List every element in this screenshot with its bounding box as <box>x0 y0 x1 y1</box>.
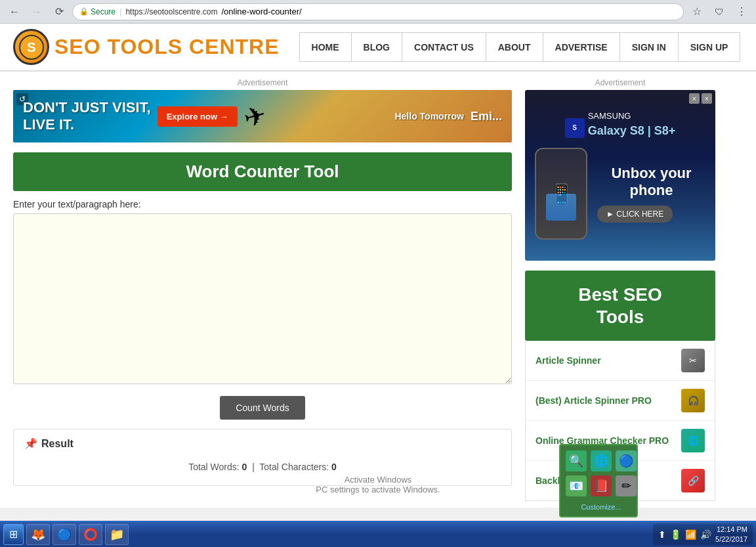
ad-plane-icon: ✈ <box>240 98 270 133</box>
site-header: S SEO TOOLS CENTRE HOME BLOG CONTACT US … <box>0 24 756 72</box>
tool-label: Enter your text/paragraph here: <box>13 199 512 209</box>
tool-name-2: (Best) Article Spinner PRO <box>536 395 675 406</box>
count-words-button[interactable]: Count Words <box>220 396 304 420</box>
tray-icon-2[interactable]: 🔋 <box>670 529 681 540</box>
side-ad-phone-model: Galaxy S8 | S8+ <box>588 124 676 138</box>
side-ad-close-btns: × × <box>689 93 712 104</box>
tool-name-1: Article Spinner <box>536 355 675 366</box>
tool-icon-4: 🔗 <box>681 469 705 492</box>
ad-headline-line2: LIVE IT. <box>23 116 151 133</box>
secure-badge: 🔒 Secure <box>79 7 116 16</box>
taskbar-folder-button[interactable]: 📁 <box>105 524 129 545</box>
taskbar-popup: 🔍 🌐 🔵 📧 📕 ✏ Customize... <box>559 444 638 517</box>
logo-icon: S <box>13 29 49 65</box>
popup-icon-1[interactable]: 🔍 <box>566 450 587 471</box>
start-button[interactable]: ⊞ <box>3 524 24 545</box>
list-item[interactable]: (Best) Article Spinner PRO 🎧 <box>526 381 715 421</box>
nav-item-contact[interactable]: CONTACT US <box>402 33 486 61</box>
ad-brand: Emi... <box>471 110 502 123</box>
tray-icon-4[interactable]: 🔊 <box>700 529 711 540</box>
tool-icon-3: 🌐 <box>681 429 705 452</box>
ad-close-button1[interactable]: × <box>689 93 700 104</box>
best-seo-title-line2: Tools <box>538 306 702 328</box>
list-item[interactable]: Article Spinner ✂ <box>526 341 715 381</box>
windows-icon: ⊞ <box>9 528 18 540</box>
url-separator: | <box>119 7 121 16</box>
result-box: 📌 Result Total Words: 0 | Total Characte… <box>13 429 512 486</box>
taskbar-tray: ⬆ 🔋 📶 🔊 12:14 PM 5/22/2017 <box>653 524 753 545</box>
main-ad-label: Advertisement <box>13 78 512 87</box>
nav-menu: HOME BLOG CONTACT US ABOUT ADVERTISE SIG… <box>299 32 741 62</box>
text-input[interactable] <box>13 213 512 384</box>
side-ad-label: Advertisement <box>525 78 715 87</box>
logo-text-span: SEO <box>54 35 107 58</box>
side-ad-phone-image: 📱 <box>535 148 587 240</box>
secure-text: Secure <box>91 7 116 16</box>
total-chars-value: 0 <box>331 462 337 472</box>
nav-item-home[interactable]: HOME <box>300 33 352 61</box>
popup-customize-link[interactable]: Customize... <box>566 503 637 511</box>
taskbar-firefox-button[interactable]: 🦊 <box>26 524 50 545</box>
best-seo-title-line1: Best SEO <box>538 284 702 306</box>
side-ad-cta-button[interactable]: ► CLICK HERE <box>597 206 673 223</box>
nav-item-about[interactable]: ABOUT <box>486 33 543 61</box>
samsung-logo: S <box>565 118 585 138</box>
main-banner-ad: ↺ DON'T JUST VISIT, LIVE IT. Explore now… <box>13 90 512 142</box>
taskbar-chrome-button[interactable]: 🔵 <box>52 524 76 545</box>
tool-icon-2: 🎧 <box>681 389 705 412</box>
separator: | <box>252 462 255 472</box>
popup-icon-5[interactable]: 📕 <box>591 475 612 496</box>
system-time: 12:14 PM 5/22/2017 <box>715 525 747 544</box>
count-btn-wrapper: Count Words <box>13 396 512 420</box>
logo-text: SEO TOOLS CENTRE <box>54 35 280 59</box>
reload-button[interactable]: ⟳ <box>50 3 68 21</box>
tray-icon-1[interactable]: ⬆ <box>658 529 666 540</box>
ad-cta-button[interactable]: Explore now → <box>158 106 238 127</box>
back-button[interactable]: ← <box>5 3 24 21</box>
forward-button[interactable]: → <box>28 3 46 21</box>
clock-date: 5/22/2017 <box>715 535 747 544</box>
ad-tagline: Hello Tomorrow <box>394 111 464 121</box>
url-domain: https://seotoolscentre.com <box>125 7 217 16</box>
ad-headline-line1: DON'T JUST VISIT, <box>23 99 151 116</box>
extensions-button[interactable]: 🛡 <box>710 3 728 21</box>
url-path: /online-word-counter/ <box>222 7 302 16</box>
page-content: Advertisement ↺ DON'T JUST VISIT, LIVE I… <box>0 72 756 508</box>
tool-icon-1: ✂ <box>681 349 705 372</box>
tray-icon-3[interactable]: 📶 <box>685 529 696 540</box>
total-words-value: 0 <box>242 462 247 472</box>
side-column: Advertisement × × S SAMSUNG Galaxy S8 | … <box>525 78 715 501</box>
address-bar[interactable]: 🔒 Secure | https://seotoolscentre.com /o… <box>72 3 684 20</box>
logo-area: S SEO TOOLS CENTRE <box>13 29 280 65</box>
popup-icon-4[interactable]: 📧 <box>566 475 587 496</box>
total-words-label: Total Words: <box>188 462 240 472</box>
main-column: Advertisement ↺ DON'T JUST VISIT, LIVE I… <box>13 78 512 501</box>
side-ad-headline: Unbox your phone <box>597 165 705 199</box>
popup-icon-2[interactable]: 🌐 <box>591 450 612 471</box>
total-chars-label: Total Characters: <box>259 462 329 472</box>
nav-item-blog[interactable]: BLOG <box>352 33 402 61</box>
taskbar: ⊞ 🦊 🔵 ⭕ 📁 ⬆ 🔋 📶 🔊 12:14 PM 5/22/2017 <box>0 521 756 547</box>
taskbar-opera-button[interactable]: ⭕ <box>79 524 102 545</box>
lock-icon: 🔒 <box>79 7 89 16</box>
svg-text:S: S <box>27 40 35 55</box>
pin-icon: 📌 <box>24 437 37 450</box>
tool-title-bar: Word Counter Tool <box>13 152 512 191</box>
bookmark-button[interactable]: ☆ <box>688 3 706 21</box>
nav-item-advertise[interactable]: ADVERTISE <box>543 33 620 61</box>
result-header-text: Result <box>41 438 74 450</box>
popup-icon-3[interactable]: 🔵 <box>616 450 637 471</box>
nav-item-signin[interactable]: SIGN IN <box>620 33 679 61</box>
best-seo-box: Best SEO Tools <box>525 271 715 341</box>
browser-chrome: ← → ⟳ 🔒 Secure | https://seotoolscentre.… <box>0 0 756 24</box>
side-ad-banner: × × S SAMSUNG Galaxy S8 | S8+ 📱 <box>525 90 715 261</box>
clock-time: 12:14 PM <box>715 525 747 534</box>
result-stats: Total Words: 0 | Total Characters: 0 <box>24 456 501 477</box>
site-wrapper: S SEO TOOLS CENTRE HOME BLOG CONTACT US … <box>0 24 756 508</box>
popup-icon-6[interactable]: ✏ <box>616 475 637 496</box>
ad-close-button2[interactable]: × <box>702 93 712 104</box>
nav-item-signup[interactable]: SIGN UP <box>679 33 740 61</box>
browser-menu-button[interactable]: ⋮ <box>732 3 751 21</box>
logo-circle: S <box>13 29 49 65</box>
result-header: 📌 Result <box>24 437 501 450</box>
